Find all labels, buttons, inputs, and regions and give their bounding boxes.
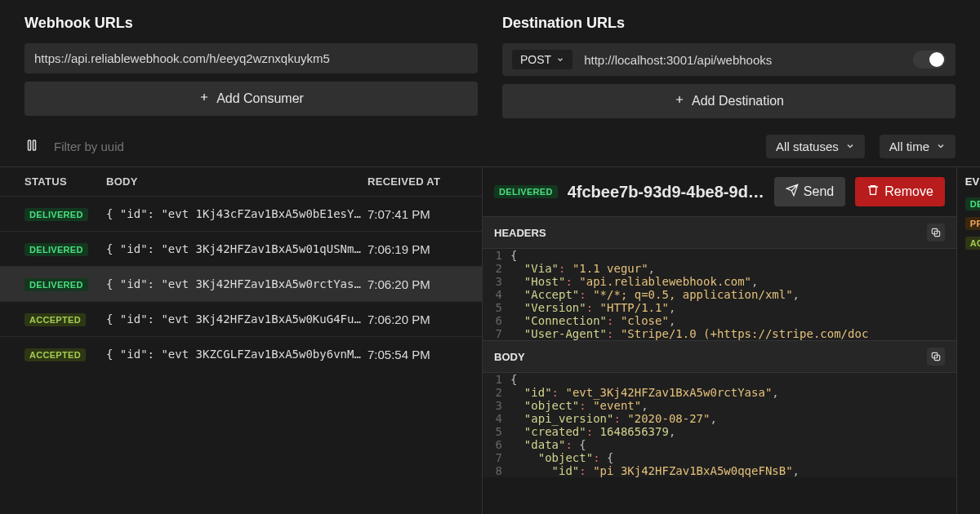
add-consumer-button[interactable]: Add Consumer [24, 82, 478, 116]
col-body: BODY [106, 175, 368, 188]
row-time: 7:05:54 PM [368, 348, 457, 361]
svg-rect-1 [33, 140, 36, 150]
request-list: STATUS BODY RECEIVED AT DELIVERED{ "id":… [0, 167, 482, 514]
headers-panel-title: HEADERS [483, 216, 956, 249]
event-badge: PROCESSED [965, 217, 980, 230]
body-code[interactable]: 1{2 "id": "evt_3Kj42HFZav1BxA5w0rctYasa"… [483, 373, 956, 477]
destination-url-input[interactable]: http://localhost:3001/api/webhooks [584, 53, 902, 67]
svg-rect-0 [29, 140, 31, 150]
request-row[interactable]: DELIVERED{ "id": "evt_1Kj43cFZav1BxA5w0b… [0, 196, 482, 231]
body-label: BODY [494, 351, 525, 363]
pause-icon[interactable] [24, 138, 39, 156]
destination-enabled-toggle[interactable] [913, 51, 946, 69]
col-status: STATUS [24, 175, 106, 188]
send-icon [786, 184, 799, 200]
add-destination-label: Add Destination [692, 94, 784, 109]
status-filter-dropdown[interactable]: All statuses [766, 135, 865, 158]
request-row[interactable]: DELIVERED{ "id": "evt_3Kj42HFZav1BxA5w0r… [0, 266, 482, 301]
chevron-down-icon [936, 140, 946, 153]
headers-label: HEADERS [494, 227, 546, 239]
webhook-urls-section: Webhook URLs https://api.reliablewebhook… [24, 15, 478, 126]
detail-request-id: 4fcbee7b-93d9-4be8-9d… [568, 183, 764, 202]
status-badge: DELIVERED [24, 278, 88, 291]
events-panel: EVENTS DELIVEREDPROCESSEDACCEPTED [956, 167, 980, 514]
request-row[interactable]: DELIVERED{ "id": "evt_3Kj42HFZav1BxA5w01… [0, 231, 482, 266]
detail-panel: DELIVERED 4fcbee7b-93d9-4be8-9d… Send Re… [483, 167, 956, 514]
event-badge: DELIVERED [965, 197, 980, 210]
row-time: 7:06:20 PM [368, 312, 457, 326]
col-received: RECEIVED AT [368, 175, 457, 188]
send-button[interactable]: Send [774, 177, 845, 206]
filter-input[interactable] [54, 140, 751, 153]
event-badge: ACCEPTED [965, 237, 980, 250]
row-time: 7:07:41 PM [368, 207, 457, 221]
time-filter-dropdown[interactable]: All time [880, 135, 956, 158]
headers-code[interactable]: 1{2 "Via": "1.1 vegur",3 "Host": "api.re… [483, 249, 956, 340]
request-list-header: STATUS BODY RECEIVED AT [0, 167, 482, 196]
row-body: { "id": "evt_3Kj42HFZav1BxA5w0rctYasa",… [106, 277, 368, 290]
events-title: EVENTS [965, 175, 980, 188]
consumer-url-input[interactable]: https://api.reliablewebhook.com/h/eeyq2w… [24, 43, 478, 73]
add-destination-button[interactable]: Add Destination [502, 84, 956, 118]
status-badge: DELIVERED [24, 243, 88, 256]
destination-urls-section: Destination URLs POST http://localhost:3… [502, 15, 956, 126]
add-consumer-label: Add Consumer [216, 91, 304, 106]
plus-icon [198, 91, 210, 106]
status-filter-label: All statuses [776, 140, 839, 153]
copy-body-button[interactable] [927, 348, 945, 366]
list-toolbar: All statuses All time [0, 126, 980, 167]
body-panel-title: BODY [483, 340, 956, 373]
method-label: POST [520, 53, 551, 66]
status-badge: ACCEPTED [24, 313, 86, 326]
chevron-down-icon [556, 53, 564, 66]
row-body: { "id": "evt_1Kj43cFZav1BxA5w0bE1esYQ",… [106, 207, 368, 220]
status-badge: ACCEPTED [24, 348, 86, 361]
chevron-down-icon [845, 140, 855, 153]
destination-urls-title: Destination URLs [502, 15, 956, 32]
row-body: { "id": "evt_3Kj42HFZav1BxA5w01qUSNmI",… [106, 242, 368, 255]
send-label: Send [804, 184, 834, 199]
webhook-urls-title: Webhook URLs [24, 15, 478, 32]
plus-icon [674, 94, 685, 109]
trash-icon [866, 184, 880, 200]
row-time: 7:06:19 PM [368, 242, 457, 256]
destination-row: POST http://localhost:3001/api/webhooks [502, 43, 956, 76]
request-row[interactable]: ACCEPTED{ "id": "evt_3Kj42HFZav1BxA5w0Ku… [0, 301, 482, 336]
remove-button[interactable]: Remove [855, 177, 945, 206]
row-body: { "id": "evt_3Kj42HFZav1BxA5w0KuG4Fux",… [106, 312, 368, 326]
row-time: 7:06:20 PM [368, 277, 457, 291]
time-filter-label: All time [889, 140, 929, 153]
row-body: { "id": "evt_3KZCGLFZav1BxA5w0by6vnMA",… [106, 348, 368, 361]
remove-label: Remove [884, 184, 933, 199]
detail-status-badge: DELIVERED [494, 185, 558, 198]
method-dropdown[interactable]: POST [512, 50, 572, 69]
status-badge: DELIVERED [24, 208, 88, 221]
request-row[interactable]: ACCEPTED{ "id": "evt_3KZCGLFZav1BxA5w0by… [0, 336, 482, 371]
toggle-knob [929, 52, 944, 67]
copy-headers-button[interactable] [927, 224, 945, 241]
